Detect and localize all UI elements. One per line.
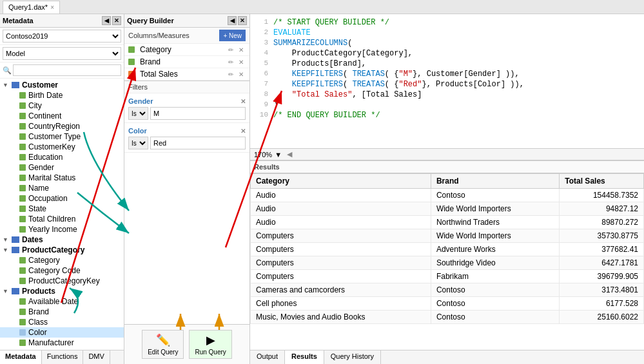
main-layout: Metadata ◀ ✕ Contoso2019 Model 🔍 ▼Custom… bbox=[0, 14, 644, 364]
filter-op-gender[interactable]: Is bbox=[128, 107, 148, 120]
tree-item-yearly-income[interactable]: Yearly Income bbox=[0, 224, 124, 235]
tree-item-class[interactable]: Class bbox=[0, 317, 124, 327]
table-row[interactable]: Music, Movies and Audio BooksContoso2516… bbox=[251, 311, 644, 324]
new-column-btn[interactable]: + New bbox=[219, 30, 246, 41]
table-row[interactable]: AudioContoso154458.7352 bbox=[251, 189, 644, 202]
tree-item-manufacturer[interactable]: Manufacturer bbox=[0, 338, 124, 348]
col-edit-btn[interactable]: ✏ bbox=[226, 45, 235, 54]
field-label: Manufacturer bbox=[28, 338, 74, 347]
tree-item-category[interactable]: Category bbox=[0, 255, 124, 265]
table-row[interactable]: AudioNorthwind Traders89870.272 bbox=[251, 216, 644, 229]
close-panel-btn[interactable]: ✕ bbox=[112, 16, 121, 25]
filter-val-color[interactable] bbox=[150, 137, 246, 149]
field-label: Available Date bbox=[28, 297, 78, 306]
field-label: Class bbox=[28, 318, 48, 327]
tree-item-productcategorykey[interactable]: ProductCategoryKey bbox=[0, 276, 124, 286]
table-cell: 154458.7352 bbox=[560, 189, 644, 202]
column-item-category[interactable]: Category✏✕ bbox=[124, 44, 249, 56]
table-row[interactable]: ComputersWide World Importers35730.8775 bbox=[251, 229, 644, 243]
contoso-dropdown-row: Contoso2019 bbox=[0, 28, 124, 45]
filter-item-color: Color✕Is bbox=[124, 123, 249, 153]
line-content: KEEPFILTERS( TREATAS( {"M"}, Customer[Ge… bbox=[273, 70, 639, 79]
edit-query-btn[interactable]: ✏️ Edit Query bbox=[142, 330, 184, 359]
contoso-select[interactable]: Contoso2019 bbox=[3, 30, 121, 43]
tree-item-total-children[interactable]: Total Children bbox=[0, 214, 124, 224]
filter-val-gender[interactable] bbox=[150, 107, 246, 120]
query-tab[interactable]: Query1.dax* × bbox=[3, 1, 60, 14]
code-line-2: 2EVALUATE bbox=[255, 28, 639, 39]
qb-close-btn[interactable]: ✕ bbox=[238, 16, 247, 25]
field-icon bbox=[19, 144, 26, 150]
tab-label: Query1.dax* bbox=[8, 3, 48, 11]
col-edit-btn[interactable]: ✏ bbox=[226, 70, 235, 79]
table-row[interactable]: ComputersSouthridge Video6427.1781 bbox=[251, 256, 644, 270]
tree-item-continent[interactable]: Continent bbox=[0, 111, 124, 121]
close-tab-icon[interactable]: × bbox=[50, 4, 54, 11]
col-remove-btn[interactable]: ✕ bbox=[237, 70, 246, 79]
tree-item-state[interactable]: State bbox=[0, 204, 124, 214]
line-content: ProductCategory[Category], bbox=[273, 49, 639, 58]
tree-item-dates[interactable]: ▼Dates bbox=[0, 235, 124, 245]
tree-item-customer[interactable]: ▼Customer bbox=[0, 80, 124, 90]
table-row[interactable]: AudioWide World Importers94827.12 bbox=[251, 202, 644, 216]
filter-remove-gender[interactable]: ✕ bbox=[240, 98, 246, 105]
field-label: Gender bbox=[28, 163, 54, 172]
zoom-dropdown-icon[interactable]: ▼ bbox=[275, 151, 282, 158]
tree-search-input[interactable] bbox=[13, 64, 121, 76]
tree-item-available-date[interactable]: Available Date bbox=[0, 296, 124, 307]
pin-btn[interactable]: ◀ bbox=[102, 16, 111, 25]
edit-query-label: Edit Query bbox=[148, 349, 178, 356]
tree-item-education[interactable]: Education bbox=[0, 152, 124, 162]
run-query-btn[interactable]: ▶ Run Query bbox=[189, 330, 231, 359]
field-label: CountryRegion bbox=[28, 122, 80, 131]
col-header-brand: Brand bbox=[431, 174, 559, 189]
table-row[interactable]: ComputersFabrikam396799.905 bbox=[251, 270, 644, 283]
tree-item-customer-type[interactable]: Customer Type bbox=[0, 131, 124, 142]
col-remove-btn[interactable]: ✕ bbox=[237, 57, 246, 66]
tree-item-countryregion[interactable]: CountryRegion bbox=[0, 121, 124, 131]
query-builder-footer: ✏️ Edit Query ▶ Run Query bbox=[124, 324, 249, 364]
group-label: Dates bbox=[22, 235, 43, 244]
column-item-total-sales[interactable]: Total Sales✏✕ bbox=[124, 68, 249, 81]
field-label: City bbox=[28, 101, 42, 110]
output-tab-results[interactable]: Results bbox=[285, 350, 324, 364]
tree-item-name[interactable]: Name bbox=[0, 183, 124, 193]
col-edit-btn[interactable]: ✏ bbox=[226, 57, 235, 66]
code-editor[interactable]: 1/* START QUERY BUILDER */2EVALUATE3SUMM… bbox=[250, 14, 644, 148]
filter-remove-color[interactable]: ✕ bbox=[240, 128, 246, 135]
table-row[interactable]: ComputersAdventure Works377682.41 bbox=[251, 243, 644, 256]
tree-item-category-code[interactable]: Category Code bbox=[0, 265, 124, 276]
tree-item-occupation[interactable]: Occupation bbox=[0, 193, 124, 204]
tree-item-city[interactable]: City bbox=[0, 101, 124, 111]
table-icon bbox=[12, 247, 19, 253]
output-tab-output[interactable]: Output bbox=[250, 350, 285, 364]
tree-item-marital-status[interactable]: Marital Status bbox=[0, 173, 124, 183]
edit-query-icon: ✏️ bbox=[156, 333, 170, 347]
model-select[interactable]: Model bbox=[3, 47, 121, 60]
run-query-icon: ▶ bbox=[206, 333, 215, 347]
table-cell: Music, Movies and Audio Books bbox=[251, 311, 431, 324]
column-item-brand[interactable]: Brand✏✕ bbox=[124, 56, 249, 68]
field-label: Color bbox=[28, 328, 47, 337]
filters-label: Filters bbox=[128, 83, 148, 91]
bottom-tab-dmv[interactable]: DMV bbox=[83, 350, 110, 364]
col-remove-btn[interactable]: ✕ bbox=[237, 45, 246, 54]
qb-pin-btn[interactable]: ◀ bbox=[228, 16, 237, 25]
tree-item-brand[interactable]: Brand bbox=[0, 307, 124, 317]
bottom-tab-metadata[interactable]: Metadata bbox=[0, 350, 42, 364]
tree-item-products[interactable]: ▼Products bbox=[0, 286, 124, 296]
table-row[interactable]: Cameras and camcordersContoso3173.4801 bbox=[251, 283, 644, 297]
results-table-wrap[interactable]: CategoryBrandTotal Sales AudioContoso154… bbox=[250, 173, 644, 350]
results-header: Results bbox=[250, 161, 644, 173]
expand-icon: ▼ bbox=[3, 247, 10, 253]
filter-op-color[interactable]: Is bbox=[128, 137, 148, 149]
tree-item-color[interactable]: Color bbox=[0, 327, 124, 338]
tree-item-productcategory[interactable]: ▼ProductCategory bbox=[0, 245, 124, 255]
tree-item-birth-date[interactable]: Birth Date bbox=[0, 90, 124, 101]
table-cell: Audio bbox=[251, 216, 431, 229]
output-tab-query-history[interactable]: Query History bbox=[324, 350, 381, 364]
table-row[interactable]: Cell phonesContoso6177.528 bbox=[251, 297, 644, 311]
tree-item-customerkey[interactable]: CustomerKey bbox=[0, 142, 124, 152]
tree-item-gender[interactable]: Gender bbox=[0, 162, 124, 173]
bottom-tab-functions[interactable]: Functions bbox=[42, 350, 84, 364]
